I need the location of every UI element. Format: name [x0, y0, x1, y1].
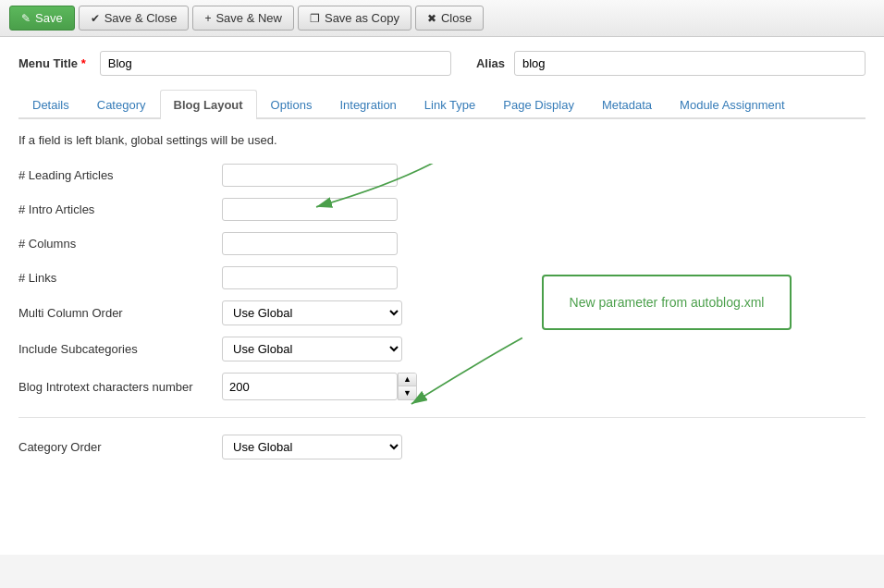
multi-column-order-select[interactable]: Use Global Column Order Row Order — [222, 300, 402, 325]
annotation-area: # Leading Articles # Intro Articles # Co… — [18, 164, 866, 459]
annotation-text: New parameter from autoblog.xml — [570, 295, 765, 310]
tab-metadata[interactable]: Metadata — [588, 90, 666, 119]
checkmark-icon: ✔ — [91, 12, 100, 25]
info-text: If a field is left blank, global setting… — [18, 133, 866, 147]
introtext-chars-label: Blog Introtext characters number — [18, 380, 222, 394]
copy-icon: ❐ — [310, 12, 320, 25]
leading-articles-input[interactable] — [222, 164, 398, 187]
columns-label: # Columns — [18, 237, 222, 251]
include-subcategories-label: Include Subcategories — [18, 342, 222, 356]
intro-articles-label: # Intro Articles — [18, 202, 222, 216]
required-indicator: * — [81, 56, 86, 70]
category-order-label: Category Order — [18, 440, 222, 454]
divider — [18, 417, 866, 418]
save-new-button[interactable]: + Save & New — [192, 6, 294, 31]
annotation-box: New parameter from autoblog.xml — [542, 275, 792, 330]
multi-column-order-label: Multi Column Order — [18, 306, 222, 320]
spinner-input-group: ▲ ▼ — [222, 373, 417, 400]
introtext-chars-input[interactable] — [222, 373, 398, 400]
spinner-up-button[interactable]: ▲ — [399, 374, 416, 386]
tab-module-assignment[interactable]: Module Assignment — [666, 90, 798, 119]
save-icon: ✎ — [21, 12, 31, 25]
links-input[interactable] — [222, 266, 398, 289]
save-button[interactable]: ✎ Save — [9, 6, 75, 31]
category-order-group: Category Order Use Global No Order Title… — [18, 435, 866, 459]
alias-label: Alias — [476, 56, 505, 70]
save-close-button[interactable]: ✔ Save & Close — [79, 6, 190, 31]
columns-group: # Columns — [18, 232, 866, 255]
spinner-down-button[interactable]: ▼ — [399, 386, 416, 399]
intro-articles-group: # Intro Articles — [18, 198, 866, 221]
tab-category[interactable]: Category — [83, 90, 160, 119]
category-order-select[interactable]: Use Global No Order Title Alphabetical T… — [222, 435, 402, 459]
main-content: Menu Title * Alias Details Category Blog… — [0, 37, 884, 555]
intro-articles-input[interactable] — [222, 198, 398, 221]
links-label: # Links — [18, 271, 222, 285]
leading-articles-group: # Leading Articles — [18, 164, 866, 187]
introtext-chars-group: Blog Introtext characters number ▲ ▼ — [18, 373, 866, 400]
alias-group: Alias — [476, 51, 866, 76]
toolbar: ✎ Save ✔ Save & Close + Save & New ❐ Sav… — [0, 0, 884, 37]
tab-page-display[interactable]: Page Display — [489, 90, 588, 119]
tab-bar: Details Category Blog Layout Options Int… — [18, 90, 866, 119]
alias-input[interactable] — [514, 51, 866, 76]
tab-blog-layout[interactable]: Blog Layout — [160, 90, 257, 119]
include-subcategories-select[interactable]: Use Global No Yes — [222, 337, 402, 361]
spinner-buttons: ▲ ▼ — [398, 373, 417, 400]
tab-details[interactable]: Details — [18, 90, 83, 119]
save-copy-button[interactable]: ❐ Save as Copy — [298, 6, 411, 31]
columns-input[interactable] — [222, 232, 398, 255]
menu-title-label: Menu Title * — [18, 56, 86, 70]
close-icon: ✖ — [427, 12, 436, 25]
leading-articles-label: # Leading Articles — [18, 168, 222, 182]
plus-icon: + — [204, 12, 211, 25]
form-header: Menu Title * Alias — [18, 51, 866, 76]
tab-link-type[interactable]: Link Type — [411, 90, 489, 119]
close-button[interactable]: ✖ Close — [415, 6, 484, 31]
tab-options[interactable]: Options — [257, 90, 326, 119]
include-subcategories-group: Include Subcategories Use Global No Yes — [18, 337, 866, 361]
menu-title-input[interactable] — [100, 51, 451, 76]
tab-integration[interactable]: Integration — [325, 90, 410, 119]
